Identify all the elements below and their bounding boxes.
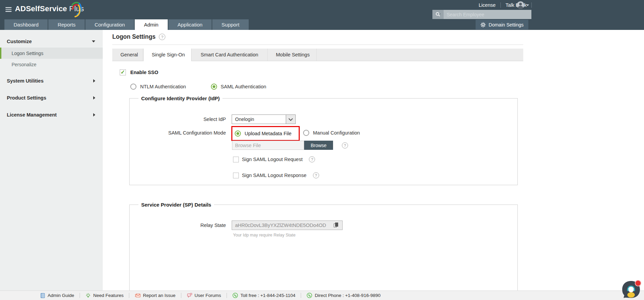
chevron-right-icon: [93, 96, 95, 100]
nav-tab-application[interactable]: Application: [168, 19, 212, 30]
toll-free-contact: Toll free : +1-844-245-1104: [232, 293, 295, 298]
logo-main-text: ADSelfService: [15, 4, 67, 13]
hamburger-menu-icon[interactable]: [5, 7, 12, 12]
select-idp-label: Select IdP: [130, 117, 226, 122]
chevron-right-icon: [93, 113, 95, 117]
sign-logout-response-checkbox[interactable]: [233, 173, 239, 178]
search-input[interactable]: [444, 10, 531, 19]
sidebar-item-customize[interactable]: Customize: [0, 35, 103, 48]
nav-tab-reports[interactable]: Reports: [48, 19, 85, 30]
admin-guide-link[interactable]: Admin Guide: [40, 293, 74, 298]
divider: [181, 293, 181, 298]
saml-authentication-radio[interactable]: [211, 84, 217, 90]
sign-logout-request-label: Sign SAML Logout Request: [242, 157, 302, 162]
divider: [112, 45, 523, 45]
ntlm-authentication-label: NTLM Authentication: [140, 84, 186, 89]
divider: [301, 293, 301, 298]
chevron-down-icon[interactable]: [526, 4, 529, 6]
select-idp-value: Onelogin: [232, 117, 286, 122]
page-title: Logon Settings: [112, 33, 155, 40]
sp-fieldset: Service Provider (SP) Details Relay Stat…: [129, 202, 518, 298]
direct-phone-contact: Direct Phone : +1-408-916-9890: [307, 293, 380, 298]
user-forums-label: User Forums: [195, 293, 221, 298]
sign-logout-request-help-icon[interactable]: ?: [309, 156, 315, 162]
toll-free-label: Toll free : +1-844-245-1104: [241, 293, 295, 298]
phone-icon: [307, 293, 312, 298]
sidebar-item-personalize[interactable]: Personalize: [0, 59, 103, 70]
nav-tab-configuration[interactable]: Configuration: [85, 19, 134, 30]
user-menu[interactable]: [517, 1, 529, 9]
sign-logout-response-help-icon[interactable]: ?: [313, 172, 319, 178]
nav-tab-dashboard[interactable]: Dashboard: [4, 19, 48, 30]
admin-guide-icon: [40, 293, 45, 298]
page-help-icon[interactable]: ?: [159, 34, 165, 40]
phone-icon: [232, 293, 238, 298]
divider: [129, 293, 129, 298]
check-icon: ✓: [120, 70, 125, 75]
license-link[interactable]: License: [474, 2, 500, 8]
user-forums-link[interactable]: ? User Forums: [187, 293, 221, 298]
manual-configuration-radio[interactable]: [303, 130, 309, 136]
relay-state-hint: Your Idp may require Relay State: [233, 233, 296, 237]
relay-state-input[interactable]: [232, 220, 343, 230]
manual-configuration-label: Manual Configuration: [313, 130, 360, 136]
main-nav: Dashboard Reports Configuration Admin Ap…: [0, 19, 644, 30]
chevron-right-icon: [93, 79, 95, 83]
nav-tab-support[interactable]: Support: [212, 19, 249, 30]
support-chat-button[interactable]: [621, 280, 641, 300]
divider: [80, 293, 80, 298]
domain-settings-label: Domain Settings: [489, 22, 524, 28]
chevron-down-icon[interactable]: [286, 115, 295, 124]
sp-legend: Service Provider (SP) Details: [138, 202, 214, 208]
enable-sso-checkbox[interactable]: ✓: [120, 69, 126, 75]
settings-tabstrip: General Single Sign-On Smart Card Authen…: [112, 49, 523, 61]
sign-logout-response-label: Sign SAML Logout Response: [242, 173, 307, 178]
need-features-label: Need Features: [93, 293, 123, 298]
tab-single-sign-on[interactable]: Single Sign-On: [143, 49, 192, 61]
select-idp-dropdown[interactable]: Onelogin: [232, 114, 296, 124]
sidebar-item-label: Personalize: [12, 62, 36, 67]
browse-help-icon[interactable]: ?: [342, 142, 348, 148]
report-issue-label: Report an Issue: [143, 293, 175, 298]
metadata-file-input[interactable]: [232, 141, 304, 150]
employee-search: [432, 10, 531, 19]
logo-swirl-icon: [68, 1, 82, 17]
top-bar: ADSelfService Plus License Talk Back: [0, 0, 644, 19]
tab-smart-card-authentication[interactable]: Smart Card Authentication: [192, 49, 268, 61]
upload-metadata-radio[interactable]: [235, 130, 241, 137]
ntlm-authentication-radio[interactable]: [130, 84, 136, 90]
sidebar-item-label: License Management: [7, 112, 57, 118]
sidebar-item-label: Customize: [7, 39, 32, 44]
search-scope-button[interactable]: [432, 10, 444, 19]
sidebar: Customize Logon Settings Personalize Sys…: [0, 30, 103, 290]
domain-settings-button[interactable]: Domain Settings: [476, 20, 528, 30]
tab-general[interactable]: General: [112, 49, 143, 61]
sidebar-item-logon-settings[interactable]: Logon Settings: [0, 48, 103, 59]
saml-mode-label: SAML Configuration Mode: [130, 130, 226, 136]
copy-icon[interactable]: [334, 223, 338, 228]
need-features-link[interactable]: Need Features: [85, 293, 123, 298]
sidebar-item-license-management[interactable]: License Management: [0, 109, 103, 121]
main-content: Logon Settings ? General Single Sign-On …: [103, 30, 644, 290]
browse-button[interactable]: Browse: [304, 141, 333, 150]
relay-state-label: Relay State: [130, 223, 226, 228]
nav-tab-admin[interactable]: Admin: [135, 19, 168, 30]
tab-mobile-settings[interactable]: Mobile Settings: [268, 49, 317, 61]
sidebar-item-label: Product Settings: [7, 95, 46, 101]
user-avatar-icon[interactable]: [517, 1, 524, 9]
gear-icon: [480, 22, 486, 28]
direct-phone-label: Direct Phone : +1-408-916-9890: [315, 293, 380, 298]
sidebar-item-label: System Utilities: [7, 78, 44, 84]
divider: [227, 293, 227, 298]
sidebar-item-system-utilities[interactable]: System Utilities: [0, 75, 103, 87]
search-icon: [435, 12, 441, 17]
sign-logout-request-checkbox[interactable]: [233, 157, 239, 162]
report-issue-link[interactable]: Report an Issue: [135, 293, 175, 298]
user-forums-icon: ?: [187, 293, 192, 298]
notification-dot: [635, 280, 641, 286]
enable-sso-label: Enable SSO: [130, 70, 158, 75]
sidebar-item-product-settings[interactable]: Product Settings: [0, 92, 103, 104]
divider: [531, 2, 532, 8]
saml-authentication-label: SAML Authentication: [221, 84, 266, 89]
report-issue-icon: [135, 293, 141, 298]
